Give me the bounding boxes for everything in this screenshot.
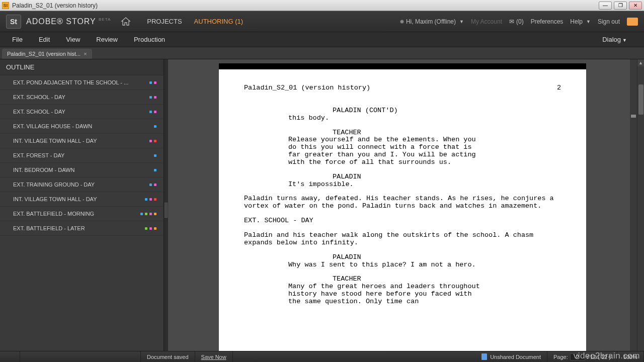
home-icon[interactable] [120, 16, 132, 28]
scene-item[interactable]: INT. BEDROOM - DAWN [0, 163, 164, 177]
menu-file[interactable]: File [4, 36, 31, 43]
scene-item[interactable]: EXT. SCHOOL - DAY [0, 90, 164, 105]
script-character[interactable]: PALADIN [244, 254, 561, 261]
document-tab[interactable]: Paladin_S2_01 (version hist... × [2, 49, 92, 59]
user-status[interactable]: Hi, Maxim (Offline)▼ [400, 18, 464, 25]
scene-item[interactable]: INT. VILLAGE TOWN HALL - DAY [0, 192, 164, 207]
script-page[interactable]: Paladin_S2_01 (version history) 2 PALADI… [219, 69, 586, 351]
script-dialogue[interactable]: Release yourself and be the elements. Wh… [244, 136, 561, 166]
outline-panel: OUTLINE EXT. POND ADJACENT TO THE SCHOOL… [0, 59, 164, 361]
brand-logo: St [6, 15, 21, 29]
scene-item[interactable]: EXT. SCHOOL - DAY [0, 105, 164, 119]
scroll-thumb[interactable] [638, 84, 643, 115]
tag-dot-icon [149, 81, 152, 84]
tag-dot-icon [154, 227, 156, 230]
shared-status[interactable]: Unshared Document [475, 351, 547, 362]
menu-view[interactable]: View [58, 36, 88, 43]
signout-link[interactable]: Sign out [598, 18, 620, 25]
menu-review[interactable]: Review [88, 36, 126, 43]
scene-label: INT. VILLAGE TOWN HALL - DAY [13, 196, 142, 202]
scene-tags [154, 125, 156, 128]
tag-dot-icon [154, 140, 156, 142]
scene-item[interactable]: EXT. FOREST - DAY [0, 148, 164, 163]
menu-production[interactable]: Production [126, 36, 173, 43]
maximize-button[interactable]: ❐ [614, 2, 627, 10]
script-action[interactable]: Paladin turns away, defeated. His teache… [244, 195, 561, 210]
my-account-link[interactable]: My Account [471, 18, 502, 25]
status-bar: Document saved Save Now Unshared Documen… [0, 351, 644, 362]
tag-dot-icon [149, 96, 152, 99]
tag-dot-icon [154, 154, 156, 157]
accent-indicator[interactable] [627, 18, 638, 26]
mail-button[interactable]: ✉ (0) [509, 18, 524, 25]
tab-close-icon[interactable]: × [84, 51, 87, 57]
script-character[interactable]: PALADIN (CONT'D) [244, 107, 561, 115]
brand-name: ADOBE® STORY BETA [26, 17, 111, 26]
script-character[interactable]: TEACHER [244, 129, 561, 137]
scene-tags [145, 227, 156, 230]
script-character[interactable]: PALADIN [244, 173, 561, 181]
script-scene-heading[interactable]: EXT. SCHOOL - DAY [244, 217, 561, 225]
splitter-handle-icon[interactable] [165, 203, 168, 218]
tag-dot-icon [154, 213, 156, 215]
scene-label: EXT. FOREST - DAY [13, 152, 151, 158]
chevron-down-icon: ▼ [586, 19, 591, 24]
window-controls: — ❐ ✕ [599, 2, 642, 10]
page-viewport[interactable]: Paladin_S2_01 (version history) 2 PALADI… [168, 59, 637, 361]
script-dialogue[interactable]: this body. [244, 115, 561, 122]
status-saved: Document saved [141, 351, 195, 362]
scroll-up-icon[interactable]: ▲ [637, 59, 644, 66]
preferences-link[interactable]: Preferences [531, 18, 564, 25]
scene-tags [145, 198, 156, 201]
scene-tags [140, 213, 156, 215]
scene-tags [149, 184, 156, 186]
scene-tags [149, 81, 156, 84]
close-button[interactable]: ✕ [629, 2, 642, 10]
window-title: Paladin_S2_01 (version history) [12, 2, 599, 9]
script-character[interactable]: TEACHER [244, 276, 561, 283]
document-icon [481, 353, 487, 360]
status-blank [0, 351, 20, 362]
vertical-scrollbar[interactable]: ▲ ▼ [637, 59, 644, 361]
scene-item[interactable]: EXT. VILLAGE HOUSE - DAWN [0, 119, 164, 134]
nav-authoring[interactable]: AUTHORING (1) [188, 18, 250, 25]
offline-dot-icon [400, 20, 404, 24]
menu-edit[interactable]: Edit [31, 36, 58, 43]
script-action[interactable]: Paladin and his teacher walk along the o… [244, 232, 561, 247]
tag-dot-icon [145, 213, 147, 215]
scene-item[interactable]: EXT. BATTLEFIELD - MORNING [0, 207, 164, 221]
tag-dot-icon [154, 184, 156, 186]
annotation-strip [630, 59, 637, 361]
tag-dot-icon [154, 96, 156, 99]
window-titlebar: St Paladin_S2_01 (version history) — ❐ ✕ [0, 0, 644, 11]
editor-area: Paladin_S2_01 (version history) 2 PALADI… [168, 59, 644, 361]
minimize-button[interactable]: — [599, 2, 612, 10]
chevron-down-icon: ▼ [459, 19, 464, 24]
panel-splitter[interactable] [164, 59, 168, 361]
scene-label: INT. VILLAGE TOWN HALL - DAY [13, 138, 146, 144]
tag-dot-icon [149, 227, 152, 230]
page-number: 2 [557, 84, 561, 92]
nav-projects[interactable]: PROJECTS [141, 18, 188, 25]
app-icon: St [2, 2, 9, 9]
chevron-down-icon: ▼ [622, 38, 627, 43]
scene-tags [154, 154, 156, 157]
status-blank2 [20, 351, 141, 362]
script-dialogue[interactable]: Why was I sent to this place? I am not a… [244, 261, 561, 269]
strip-marker[interactable] [631, 115, 636, 118]
doc-title: Paladin_S2_01 (version history) [244, 84, 370, 92]
menu-dialog[interactable]: Dialog▼ [594, 36, 635, 43]
scene-tags [149, 140, 156, 142]
scene-item[interactable]: INT. VILLAGE TOWN HALL - DAY [0, 134, 164, 148]
page-running-header: Paladin_S2_01 (version history) 2 [244, 84, 561, 92]
script-dialogue[interactable]: It's impossible. [244, 181, 561, 189]
script-dialogue[interactable]: Many of the great heroes and leaders thr… [244, 283, 561, 306]
scene-item[interactable]: EXT. TRAINING GROUND - DAY [0, 177, 164, 192]
save-now-button[interactable]: Save Now [195, 351, 233, 362]
tag-dot-icon [154, 111, 156, 113]
main-area: OUTLINE EXT. POND ADJACENT TO THE SCHOOL… [0, 59, 644, 361]
scene-item[interactable]: EXT. BATTLEFIELD - LATER [0, 221, 164, 236]
help-link[interactable]: Help▼ [570, 18, 591, 25]
scene-item[interactable]: EXT. POND ADJACENT TO THE SCHOOL - ... [0, 75, 164, 90]
mail-icon: ✉ [509, 18, 514, 25]
